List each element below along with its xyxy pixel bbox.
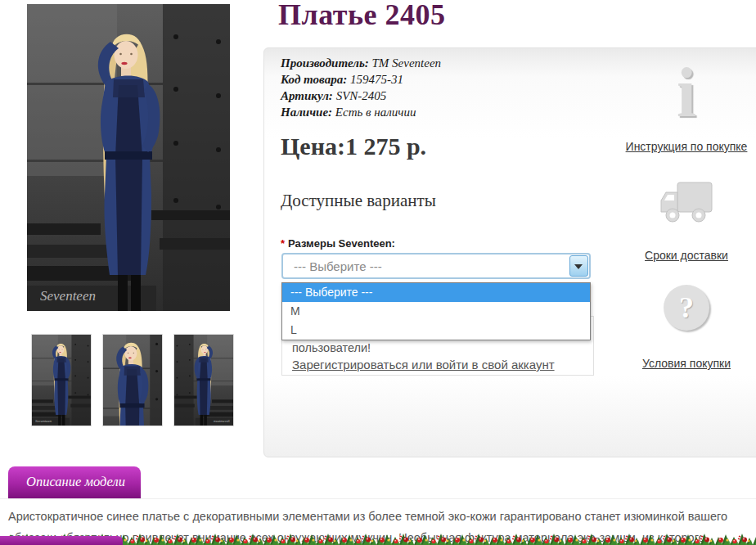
size-select-value: --- Выберите --- bbox=[294, 259, 382, 273]
product-photo-image bbox=[27, 4, 230, 311]
attribute-manufacturer: Производитель: TM Seventeen bbox=[281, 55, 441, 71]
price-label: Цена: bbox=[281, 133, 345, 160]
size-select-dropdown: --- Выберите --- M L bbox=[281, 282, 591, 340]
info-icon[interactable]: i bbox=[614, 60, 756, 130]
product-info-panel: Производитель: TM Seventeen Код товара: … bbox=[263, 47, 756, 457]
price-value: 1 275 р. bbox=[345, 133, 426, 160]
chevron-down-icon bbox=[574, 264, 583, 269]
price: Цена:1 275 р. bbox=[281, 133, 426, 160]
attribute-product-code: Код товара: 159475-31 bbox=[281, 71, 441, 88]
bottom-ribbon[interactable] bbox=[0, 536, 123, 545]
tab-description-label: Описание модели bbox=[8, 466, 141, 498]
product-attributes: Производитель: TM Seventeen Код товара: … bbox=[281, 55, 441, 120]
required-mark: * bbox=[281, 237, 285, 250]
tab-description[interactable]: Описание модели bbox=[8, 466, 141, 498]
delivery-terms-link[interactable]: Сроки доставки bbox=[614, 249, 756, 262]
size-select[interactable]: --- Выберите --- bbox=[281, 253, 591, 279]
size-option-m[interactable]: M bbox=[282, 302, 590, 321]
attribute-availability: Наличие: Есть в наличии bbox=[281, 104, 441, 120]
size-option-l[interactable]: L bbox=[282, 321, 590, 340]
page-title: Платье 2405 bbox=[278, 0, 445, 32]
purchase-conditions-link[interactable]: Условия покупки bbox=[614, 357, 756, 370]
size-option-placeholder[interactable]: --- Выберите --- bbox=[282, 283, 590, 302]
product-page: Seventeen bbox=[0, 0, 756, 545]
attribute-sku: Артикул: SVN-2405 bbox=[281, 88, 441, 104]
thumbnail-front[interactable] bbox=[31, 334, 92, 426]
login-register-link[interactable]: Зарегистрироваться или войти в свой акка… bbox=[292, 358, 555, 372]
thumbnail-closeup[interactable] bbox=[102, 334, 163, 426]
truck-icon[interactable] bbox=[658, 181, 715, 225]
size-field-label: *Размеры Seventeen: bbox=[281, 237, 395, 250]
thumbnail-back[interactable] bbox=[173, 334, 234, 426]
question-icon[interactable]: ? bbox=[664, 285, 709, 331]
variants-heading: Доступные варианты bbox=[281, 191, 436, 211]
purchase-instruction-link[interactable]: Инструкция по покупке bbox=[614, 140, 756, 153]
login-notice-text: пользователи! bbox=[292, 341, 371, 354]
product-photo[interactable] bbox=[27, 4, 230, 311]
select-arrow-button[interactable] bbox=[569, 255, 588, 277]
